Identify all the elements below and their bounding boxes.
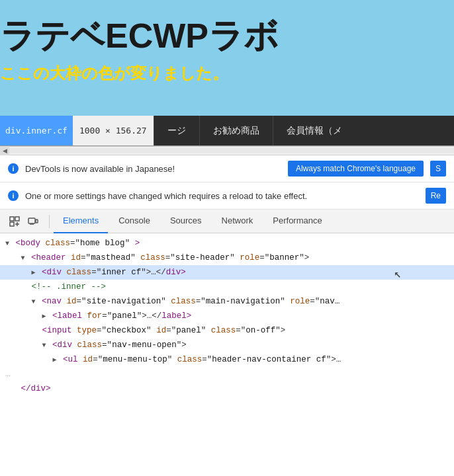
scroll-left-arrow[interactable]: ◀ (0, 146, 9, 155)
tab-sources[interactable]: Sources (161, 210, 211, 233)
notification-reload: i One or more settings have changed whic… (0, 182, 454, 210)
dom-line-body[interactable]: ▼ <body class="home blog" > (0, 236, 454, 251)
triangle-header: ▼ (21, 255, 25, 262)
triangle-label: ▶ (42, 313, 46, 320)
dom-line-header[interactable]: ▼ <header id="masthead" class="site-head… (0, 251, 454, 265)
notification-text-1: DevTools is now available in Japanese! (25, 164, 281, 174)
nav-item-1[interactable]: ージ (154, 116, 199, 145)
dom-line-close-div[interactable]: </div> (0, 381, 454, 396)
triangle-nav-menu: ▼ (42, 342, 46, 349)
horizontal-scrollbar[interactable]: ◀ (0, 146, 454, 155)
notification-text-2: One or more settings have changed which … (25, 191, 419, 201)
reload-button[interactable]: Re (426, 188, 446, 204)
svg-rect-1 (10, 222, 14, 226)
dom-line-nav[interactable]: ▼ <nav id="site-navigation" class="main-… (0, 294, 454, 309)
dom-line-inner-div[interactable]: ▶ <div class="inner cf">…</div> ↖ (0, 265, 454, 280)
triangle-ul: ▶ (53, 356, 57, 364)
devtools-tabs-bar: Elements Console Sources Network Perform… (0, 210, 454, 233)
match-language-button[interactable]: Always match Chrome's language (288, 161, 424, 177)
tab-console[interactable]: Console (109, 210, 159, 233)
dom-line-nav-menu-open[interactable]: ▼ <div class="nav-menu-open"> (0, 338, 454, 352)
nav-item-2[interactable]: お勧め商品 (199, 116, 273, 145)
svg-rect-2 (15, 217, 19, 221)
device-toolbar-button[interactable] (25, 214, 41, 229)
dom-tree: ▼ <body class="home blog" > ▼ <header id… (0, 233, 454, 399)
dom-line-comment-inner[interactable]: <!-- .inner --> (0, 280, 454, 294)
tab-divider (49, 215, 50, 228)
notification-close-1[interactable]: S (430, 161, 446, 177)
info-icon-2: i (8, 190, 19, 201)
website-preview: ラテベECWPラボ ここの大枠の色が変りました。 (0, 0, 454, 116)
tab-performance[interactable]: Performance (263, 210, 331, 233)
svg-rect-5 (28, 218, 35, 223)
dom-line-label[interactable]: ▶ <label for="panel">…</label> (0, 309, 454, 323)
tab-icon-group (3, 214, 45, 229)
dom-line-ul[interactable]: ▶ <ul id="menu-menu-top" class="header-n… (0, 352, 454, 367)
element-highlight-label: div.inner.cf (0, 116, 73, 145)
element-size-label: 1000 × 156.27 (73, 116, 154, 145)
notification-language: i DevTools is now available in Japanese!… (0, 155, 454, 182)
inspect-element-button[interactable] (7, 214, 23, 229)
triangle-inner: ▶ (32, 269, 36, 276)
website-nav: div.inner.cf 1000 × 156.27 ージ お勧め商品 会員情報… (0, 116, 454, 145)
website-title: ラテベECWPラボ (0, 0, 454, 60)
info-icon-1: i (8, 163, 19, 174)
cursor-icon: ↖ (394, 265, 401, 284)
dom-line-ellipsis: … (0, 367, 454, 381)
triangle-body: ▼ (5, 240, 9, 247)
triangle-nav: ▼ (32, 298, 36, 305)
svg-rect-0 (10, 217, 14, 221)
svg-rect-6 (36, 219, 38, 223)
website-subtitle: ここの大枠の色が変りました。 (0, 60, 454, 87)
tab-network[interactable]: Network (212, 210, 263, 233)
dom-panel: ▼ <body class="home blog" > ▼ <header id… (0, 233, 454, 437)
tab-elements[interactable]: Elements (54, 210, 108, 233)
dom-line-input[interactable]: <input type="checkbox" id="panel" class=… (0, 323, 454, 338)
nav-item-3[interactable]: 会員情報（メ (273, 116, 355, 145)
devtools-panel: ◀ i DevTools is now available in Japanes… (0, 145, 454, 437)
scroll-track[interactable] (9, 148, 454, 153)
